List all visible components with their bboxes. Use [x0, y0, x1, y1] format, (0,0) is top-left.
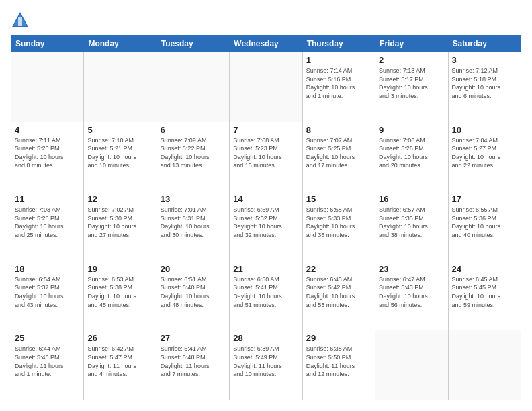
- calendar-cell-w4d0: 25Sunrise: 6:44 AM Sunset: 5:46 PM Dayli…: [11, 330, 84, 400]
- day-info: Sunrise: 7:04 AM Sunset: 5:27 PM Dayligh…: [452, 136, 517, 170]
- day-info: Sunrise: 6:50 AM Sunset: 5:41 PM Dayligh…: [233, 275, 298, 309]
- calendar-cell-w1d5: 9Sunrise: 7:06 AM Sunset: 5:26 PM Daylig…: [375, 122, 448, 191]
- day-number: 13: [161, 194, 226, 204]
- day-number: 3: [452, 55, 517, 65]
- day-info: Sunrise: 7:02 AM Sunset: 5:30 PM Dayligh…: [87, 205, 152, 239]
- day-number: 27: [161, 333, 226, 343]
- calendar-cell-w4d6: [448, 330, 521, 400]
- day-info: Sunrise: 6:45 AM Sunset: 5:45 PM Dayligh…: [452, 275, 517, 309]
- calendar-cell-w3d4: 22Sunrise: 6:48 AM Sunset: 5:42 PM Dayli…: [302, 261, 375, 330]
- day-info: Sunrise: 6:39 AM Sunset: 5:49 PM Dayligh…: [233, 345, 298, 378]
- calendar-header-tuesday: Tuesday: [157, 36, 229, 52]
- day-number: 12: [87, 194, 152, 204]
- day-number: 18: [15, 264, 80, 274]
- calendar-cell-w1d2: 6Sunrise: 7:09 AM Sunset: 5:22 PM Daylig…: [157, 122, 229, 191]
- day-info: Sunrise: 6:47 AM Sunset: 5:43 PM Dayligh…: [379, 275, 444, 309]
- day-number: 28: [233, 333, 298, 343]
- calendar-header-row: SundayMondayTuesdayWednesdayThursdayFrid…: [11, 36, 521, 52]
- calendar-cell-w2d3: 14Sunrise: 6:59 AM Sunset: 5:32 PM Dayli…: [230, 191, 302, 261]
- day-info: Sunrise: 6:53 AM Sunset: 5:38 PM Dayligh…: [87, 275, 152, 309]
- calendar-cell-w3d3: 21Sunrise: 6:50 AM Sunset: 5:41 PM Dayli…: [230, 261, 302, 330]
- day-number: 17: [452, 194, 517, 204]
- day-number: 15: [306, 194, 371, 204]
- calendar-cell-w0d2: [157, 52, 229, 122]
- calendar-table: SundayMondayTuesdayWednesdayThursdayFrid…: [11, 35, 521, 400]
- day-number: 25: [15, 333, 80, 343]
- page: SundayMondayTuesdayWednesdayThursdayFrid…: [0, 0, 532, 411]
- calendar-week-2: 11Sunrise: 7:03 AM Sunset: 5:28 PM Dayli…: [11, 191, 521, 261]
- day-info: Sunrise: 7:08 AM Sunset: 5:23 PM Dayligh…: [233, 136, 298, 170]
- calendar-cell-w1d0: 4Sunrise: 7:11 AM Sunset: 5:20 PM Daylig…: [11, 122, 84, 191]
- day-info: Sunrise: 7:01 AM Sunset: 5:31 PM Dayligh…: [161, 205, 226, 239]
- calendar-cell-w0d6: 3Sunrise: 7:12 AM Sunset: 5:18 PM Daylig…: [448, 52, 521, 122]
- day-info: Sunrise: 7:12 AM Sunset: 5:18 PM Dayligh…: [452, 66, 517, 100]
- day-info: Sunrise: 6:44 AM Sunset: 5:46 PM Dayligh…: [15, 345, 80, 378]
- day-number: 21: [233, 264, 298, 274]
- day-number: 16: [379, 194, 444, 204]
- day-number: 6: [161, 125, 226, 135]
- calendar-cell-w3d2: 20Sunrise: 6:51 AM Sunset: 5:40 PM Dayli…: [157, 261, 229, 330]
- calendar-header-monday: Monday: [84, 36, 157, 52]
- day-info: Sunrise: 7:06 AM Sunset: 5:26 PM Dayligh…: [379, 136, 444, 170]
- day-number: 19: [87, 264, 152, 274]
- calendar-cell-w4d2: 27Sunrise: 6:41 AM Sunset: 5:48 PM Dayli…: [157, 330, 229, 400]
- calendar-cell-w1d1: 5Sunrise: 7:10 AM Sunset: 5:21 PM Daylig…: [84, 122, 157, 191]
- day-info: Sunrise: 7:10 AM Sunset: 5:21 PM Dayligh…: [87, 136, 152, 170]
- calendar-header-wednesday: Wednesday: [230, 36, 302, 52]
- calendar-header-friday: Friday: [375, 36, 448, 52]
- calendar-cell-w4d4: 29Sunrise: 6:38 AM Sunset: 5:50 PM Dayli…: [302, 330, 375, 400]
- day-number: 24: [452, 264, 517, 274]
- calendar-header-saturday: Saturday: [448, 36, 521, 52]
- calendar-cell-w0d5: 2Sunrise: 7:13 AM Sunset: 5:17 PM Daylig…: [375, 52, 448, 122]
- day-number: 23: [379, 264, 444, 274]
- day-number: 7: [233, 125, 298, 135]
- day-number: 14: [233, 194, 298, 204]
- day-info: Sunrise: 6:59 AM Sunset: 5:32 PM Dayligh…: [233, 205, 298, 239]
- day-info: Sunrise: 6:55 AM Sunset: 5:36 PM Dayligh…: [452, 205, 517, 239]
- calendar-cell-w2d2: 13Sunrise: 7:01 AM Sunset: 5:31 PM Dayli…: [157, 191, 229, 261]
- day-number: 9: [379, 125, 444, 135]
- calendar-week-3: 18Sunrise: 6:54 AM Sunset: 5:37 PM Dayli…: [11, 261, 521, 330]
- calendar-cell-w0d0: [11, 52, 84, 122]
- day-number: 10: [452, 125, 517, 135]
- day-info: Sunrise: 6:57 AM Sunset: 5:35 PM Dayligh…: [379, 205, 444, 239]
- day-info: Sunrise: 6:48 AM Sunset: 5:42 PM Dayligh…: [306, 275, 371, 309]
- day-info: Sunrise: 7:07 AM Sunset: 5:25 PM Dayligh…: [306, 136, 371, 170]
- day-info: Sunrise: 6:42 AM Sunset: 5:47 PM Dayligh…: [87, 345, 152, 378]
- calendar-cell-w2d4: 15Sunrise: 6:58 AM Sunset: 5:33 PM Dayli…: [302, 191, 375, 261]
- calendar-cell-w4d3: 28Sunrise: 6:39 AM Sunset: 5:49 PM Dayli…: [230, 330, 302, 400]
- svg-rect-2: [18, 17, 22, 26]
- logo: [11, 11, 32, 30]
- calendar-cell-w3d6: 24Sunrise: 6:45 AM Sunset: 5:45 PM Dayli…: [448, 261, 521, 330]
- calendar-cell-w2d5: 16Sunrise: 6:57 AM Sunset: 5:35 PM Dayli…: [375, 191, 448, 261]
- calendar-cell-w2d1: 12Sunrise: 7:02 AM Sunset: 5:30 PM Dayli…: [84, 191, 157, 261]
- day-number: 11: [15, 194, 80, 204]
- day-info: Sunrise: 7:14 AM Sunset: 5:16 PM Dayligh…: [306, 66, 371, 100]
- calendar-week-4: 25Sunrise: 6:44 AM Sunset: 5:46 PM Dayli…: [11, 330, 521, 400]
- day-number: 2: [379, 55, 444, 65]
- calendar-cell-w0d3: [230, 52, 302, 122]
- calendar-cell-w2d6: 17Sunrise: 6:55 AM Sunset: 5:36 PM Dayli…: [448, 191, 521, 261]
- day-info: Sunrise: 7:09 AM Sunset: 5:22 PM Dayligh…: [161, 136, 226, 170]
- day-number: 29: [306, 333, 371, 343]
- day-info: Sunrise: 7:13 AM Sunset: 5:17 PM Dayligh…: [379, 66, 444, 100]
- day-info: Sunrise: 6:51 AM Sunset: 5:40 PM Dayligh…: [161, 275, 226, 309]
- day-number: 4: [15, 125, 80, 135]
- logo-icon: [11, 11, 30, 30]
- calendar-cell-w1d4: 8Sunrise: 7:07 AM Sunset: 5:25 PM Daylig…: [302, 122, 375, 191]
- day-number: 26: [87, 333, 152, 343]
- day-info: Sunrise: 6:41 AM Sunset: 5:48 PM Dayligh…: [161, 345, 226, 378]
- day-info: Sunrise: 6:38 AM Sunset: 5:50 PM Dayligh…: [306, 345, 371, 378]
- day-number: 8: [306, 125, 371, 135]
- calendar-cell-w2d0: 11Sunrise: 7:03 AM Sunset: 5:28 PM Dayli…: [11, 191, 84, 261]
- calendar-week-0: 1Sunrise: 7:14 AM Sunset: 5:16 PM Daylig…: [11, 52, 521, 122]
- calendar-cell-w4d1: 26Sunrise: 6:42 AM Sunset: 5:47 PM Dayli…: [84, 330, 157, 400]
- day-number: 20: [161, 264, 226, 274]
- day-number: 1: [306, 55, 371, 65]
- day-info: Sunrise: 7:11 AM Sunset: 5:20 PM Dayligh…: [15, 136, 80, 170]
- day-info: Sunrise: 6:54 AM Sunset: 5:37 PM Dayligh…: [15, 275, 80, 309]
- calendar-cell-w1d3: 7Sunrise: 7:08 AM Sunset: 5:23 PM Daylig…: [230, 122, 302, 191]
- calendar-week-1: 4Sunrise: 7:11 AM Sunset: 5:20 PM Daylig…: [11, 122, 521, 191]
- calendar-cell-w4d5: [375, 330, 448, 400]
- day-info: Sunrise: 6:58 AM Sunset: 5:33 PM Dayligh…: [306, 205, 371, 239]
